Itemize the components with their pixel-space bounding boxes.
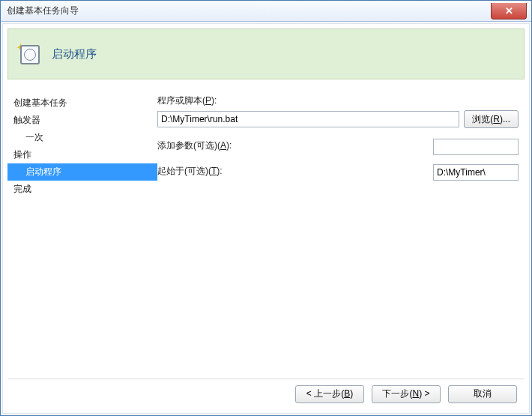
wizard-form: 程序或脚本(P): 浏览(R)... 添加参数(可选)(A): 起始于(可选)(… bbox=[157, 88, 525, 379]
window-title: 创建基本任务向导 bbox=[7, 4, 79, 17]
next-button[interactable]: 下一步(N) > bbox=[372, 385, 441, 403]
titlebar: 创建基本任务向导 ✕ bbox=[1, 1, 531, 22]
sidebar-item-trigger[interactable]: 触发器 bbox=[7, 112, 157, 129]
back-button[interactable]: < 上一步(B) bbox=[295, 385, 364, 403]
wizard-header: ✦ 启动程序 bbox=[7, 28, 525, 79]
args-input[interactable] bbox=[433, 139, 519, 155]
close-button[interactable]: ✕ bbox=[491, 3, 527, 19]
wizard-sidebar: 创建基本任务 触发器 一次 操作 启动程序 完成 bbox=[7, 88, 157, 379]
sidebar-item-once[interactable]: 一次 bbox=[7, 129, 157, 146]
browse-button[interactable]: 浏览(R)... bbox=[464, 110, 519, 128]
close-icon: ✕ bbox=[505, 5, 513, 16]
wizard-footer: < 上一步(B) 下一步(N) > 取消 bbox=[7, 379, 525, 409]
args-label: 添加参数(可选)(A): bbox=[157, 139, 307, 152]
sidebar-item-create-task[interactable]: 创建基本任务 bbox=[7, 94, 157, 112]
cancel-button[interactable]: 取消 bbox=[448, 385, 517, 403]
sidebar-item-finish[interactable]: 完成 bbox=[7, 181, 157, 198]
wizard-body: 创建基本任务 触发器 一次 操作 启动程序 完成 程序或脚本(P): 浏览(R)… bbox=[7, 88, 525, 379]
script-label: 程序或脚本(P): bbox=[157, 94, 519, 107]
sidebar-item-start-program[interactable]: 启动程序 bbox=[7, 163, 157, 181]
wizard-window: 创建基本任务向导 ✕ ✦ 启动程序 创建基本任务 触发器 一次 操作 启动程序 … bbox=[0, 0, 532, 416]
task-scheduler-icon: ✦ bbox=[19, 43, 40, 64]
startin-input[interactable] bbox=[433, 164, 519, 181]
page-title: 启动程序 bbox=[52, 47, 97, 61]
script-input[interactable] bbox=[157, 111, 459, 127]
startin-label: 起始于(可选)(T): bbox=[157, 165, 307, 178]
sidebar-item-action[interactable]: 操作 bbox=[7, 146, 157, 163]
wizard-inner: ✦ 启动程序 创建基本任务 触发器 一次 操作 启动程序 完成 程序或脚本(P)… bbox=[2, 23, 530, 414]
